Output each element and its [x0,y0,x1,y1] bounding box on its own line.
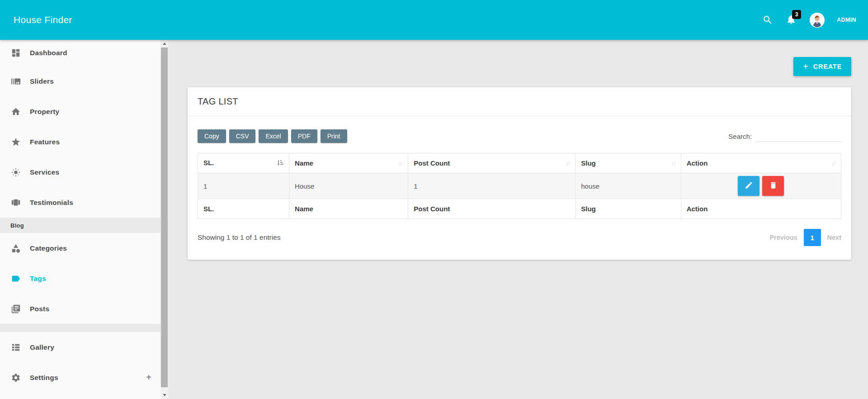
sidebar-item-label: Posts [30,305,49,313]
column-label: Name [295,159,313,167]
notification-count-badge: 3 [792,10,801,19]
category-icon [10,243,21,254]
column-label: Post Count [414,159,450,167]
search-box: Search: [728,130,841,143]
footer-column-sl: SL. [198,199,289,219]
cell-slug: house [576,173,681,199]
sidebar-item-label: Property [30,108,59,116]
sidebar-item-gallery[interactable]: Gallery [0,332,160,362]
sidebar-item-label: Settings [30,374,58,382]
scroll-down-arrow[interactable] [160,391,168,399]
sort-asc-icon [276,160,283,167]
sidebar-item-property[interactable]: Property [0,96,160,127]
table-footer-row: SL. Name Post Count Slug Action [198,199,841,219]
sort-both-icon: ↓↑ [398,160,402,166]
column-header-name[interactable]: ↓↑ Name [289,153,408,173]
admin-menu[interactable]: ADMIN [837,17,856,23]
app-title: House Finder [14,14,72,25]
sliders-icon [10,76,21,87]
carousel-icon [10,197,21,208]
sidebar-item-services[interactable]: Services [0,157,160,187]
sidebar-item-settings[interactable]: Settings + [0,362,160,393]
edit-button[interactable] [738,176,760,196]
sidebar-item-label: Categories [30,244,67,252]
sidebar-item-dashboard[interactable]: Dashboard [0,40,160,66]
current-page-button[interactable]: 1 [804,229,821,246]
delete-button[interactable] [762,176,784,196]
main-content: + CREATE TAG LIST Copy CSV Excel PDF Pri… [168,40,868,399]
search-icon[interactable] [762,14,774,26]
tag-table: SL. ↓↑ Name ↓↑ Post Count ↓↑ Slug [198,153,841,219]
topbar: House Finder 3 ADMIN [0,0,868,40]
search-input[interactable] [755,130,841,142]
sidebar-item-testimonials[interactable]: Testimonials [0,187,160,218]
footer-column-action: Action [681,199,841,219]
create-row: + CREATE [168,40,868,76]
gallery-icon [10,342,21,353]
card-title: TAG LIST [198,96,841,107]
create-button-label: CREATE [813,63,842,70]
tag-icon [10,273,21,284]
column-header-slug[interactable]: ↓↑ Slug [576,153,681,173]
create-button[interactable]: + CREATE [793,57,851,76]
topbar-actions: 3 ADMIN [762,13,856,28]
dashboard-icon [10,48,21,58]
column-label: Action [687,159,708,167]
table-row: 1 House 1 house [198,173,841,199]
scroll-up-arrow[interactable] [160,40,168,48]
pencil-icon [745,181,753,191]
card-footer: Showing 1 to 1 of 1 entries Previous 1 N… [188,219,851,260]
excel-button[interactable]: Excel [259,129,288,143]
gear-icon [10,372,21,383]
sidebar-item-label: Sliders [30,77,54,86]
column-header-post-count[interactable]: ↓↑ Post Count [408,153,576,173]
trash-icon [769,181,778,191]
sort-both-icon: ↓↑ [831,160,835,166]
sidebar-item-posts[interactable]: Posts [0,294,160,324]
home-icon [10,106,21,117]
sort-both-icon: ↓↑ [671,160,675,166]
cell-action [681,173,841,199]
sidebar-item-label: Services [30,168,59,176]
sidebar-item-categories[interactable]: Categories [0,233,160,263]
column-header-sl[interactable]: SL. [198,153,289,173]
column-label: SL. [203,159,214,166]
brightness-icon [10,167,21,178]
pagination: Previous 1 Next [769,229,841,246]
pdf-button[interactable]: PDF [291,129,317,143]
column-header-action[interactable]: ↓↑ Action [681,153,841,173]
plus-icon: + [803,62,808,71]
next-page-button[interactable]: Next [827,234,841,241]
sidebar-nav: Dashboard Sliders Property Features [0,40,160,393]
sidebar-item-label: Gallery [30,343,54,352]
print-button[interactable]: Print [321,129,347,143]
entries-info: Showing 1 to 1 of 1 entries [198,233,281,242]
previous-page-button[interactable]: Previous [769,234,797,241]
tag-list-card: TAG LIST Copy CSV Excel PDF Print Search… [188,87,851,260]
sidebar-item-tags[interactable]: Tags [0,263,160,294]
footer-column-post-count: Post Count [408,199,576,219]
export-buttons: Copy CSV Excel PDF Print [198,129,347,143]
avatar[interactable] [810,13,825,28]
footer-column-name: Name [289,199,408,219]
scrollbar-thumb[interactable] [161,48,168,387]
sidebar-item-label: Features [30,138,60,146]
sidebar-item-label: Testimonials [30,199,73,207]
footer-column-slug: Slug [576,199,681,219]
cell-post-count: 1 [408,173,576,199]
cell-sl: 1 [198,173,289,199]
star-icon [10,137,21,147]
expand-plus-icon[interactable]: + [146,372,151,383]
sidebar-item-sliders[interactable]: Sliders [0,66,160,96]
card-header: TAG LIST [188,87,851,116]
section-label: Blog [10,222,24,229]
notifications-bell-icon[interactable]: 3 [786,14,797,26]
copy-button[interactable]: Copy [198,129,226,143]
csv-button[interactable]: CSV [229,129,256,143]
cell-name: House [289,173,408,199]
sidebar: Dashboard Sliders Property Features [0,40,168,399]
sidebar-item-features[interactable]: Features [0,127,160,157]
posts-icon [10,304,21,314]
column-label: Slug [581,159,596,167]
sidebar-item-label: Tags [30,275,46,283]
